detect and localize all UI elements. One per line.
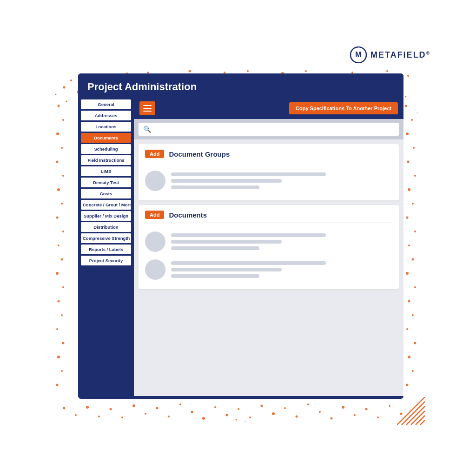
menu-icon-line3	[143, 111, 152, 112]
svg-point-108	[405, 96, 407, 98]
svg-line-111	[397, 397, 425, 425]
svg-point-85	[62, 119, 64, 121]
placeholder-line	[171, 240, 282, 244]
search-input[interactable]	[155, 126, 394, 133]
svg-point-107	[417, 112, 418, 114]
svg-point-61	[145, 413, 146, 415]
svg-point-84	[58, 105, 60, 107]
placeholder-avatar-1	[145, 171, 165, 191]
svg-point-58	[110, 408, 112, 410]
document-groups-title: Document Groups	[169, 150, 230, 158]
svg-point-45	[406, 272, 409, 275]
svg-point-75	[307, 403, 309, 405]
svg-point-99	[61, 314, 63, 316]
svg-point-67	[214, 406, 216, 408]
svg-point-81	[377, 416, 379, 418]
svg-point-96	[56, 272, 59, 275]
svg-point-38	[414, 175, 416, 177]
svg-point-33	[405, 105, 407, 107]
svg-point-102	[57, 356, 60, 358]
svg-point-37	[407, 161, 410, 163]
svg-line-112	[402, 402, 425, 425]
svg-point-82	[389, 405, 390, 407]
sidebar-item-locations[interactable]: Locations	[81, 122, 131, 132]
svg-point-63	[168, 416, 170, 417]
placeholder-avatar-2	[145, 231, 165, 252]
svg-point-1	[70, 79, 72, 81]
sidebar-item-scheduling[interactable]: Scheduling	[81, 144, 131, 154]
svg-line-113	[406, 406, 425, 425]
svg-point-103	[61, 370, 63, 372]
svg-point-46	[414, 286, 416, 288]
search-input-wrap: 🔍	[139, 123, 399, 136]
svg-point-18	[247, 70, 249, 72]
svg-point-73	[284, 407, 286, 409]
svg-point-92	[56, 217, 59, 219]
sidebar-item-supplier-mix-design[interactable]: Supplier / Mix Design	[81, 211, 131, 221]
placeholder-line	[171, 246, 259, 250]
svg-point-105	[55, 94, 57, 95]
placeholder-line	[171, 172, 326, 176]
svg-point-65	[191, 411, 193, 413]
sidebar-item-density-test[interactable]: Density Test	[81, 178, 131, 187]
sidebar-item-costs[interactable]: Costs	[81, 189, 131, 198]
svg-point-54	[63, 407, 66, 410]
svg-point-89	[62, 175, 64, 177]
search-icon: 🔍	[143, 126, 151, 133]
svg-point-109	[236, 419, 237, 421]
svg-point-78	[342, 406, 344, 409]
svg-point-91	[61, 203, 63, 205]
placeholder-line	[171, 274, 259, 278]
svg-point-70	[249, 416, 251, 418]
documents-title: Documents	[169, 211, 207, 219]
metafield-logo-icon: M	[350, 46, 367, 63]
svg-point-93	[62, 231, 64, 232]
svg-point-90	[57, 188, 60, 191]
sidebar-item-documents[interactable]: Documents	[81, 133, 131, 143]
svg-point-83	[400, 413, 403, 415]
document-groups-divider	[145, 162, 392, 162]
svg-point-69	[238, 408, 239, 410]
svg-point-23	[305, 70, 307, 72]
document-groups-header: Add Document Groups	[145, 150, 392, 158]
svg-point-39	[408, 188, 410, 191]
placeholder-line	[171, 261, 326, 265]
svg-point-52	[412, 370, 414, 372]
svg-point-53	[406, 384, 409, 386]
svg-point-106	[66, 101, 67, 102]
sidebar-item-concrete-grout-mortar[interactable]: Concrete / Grout / Mortar	[81, 200, 131, 210]
svg-point-72	[272, 412, 275, 415]
svg-point-42	[414, 231, 416, 232]
svg-point-62	[156, 407, 159, 410]
menu-button[interactable]	[139, 101, 155, 115]
sidebar-item-reports-labels[interactable]: Reports / Labels	[81, 245, 131, 254]
sidebar-item-lims[interactable]: LIMS	[81, 166, 131, 176]
add-document-group-button[interactable]: Add	[145, 150, 164, 158]
placeholder-line	[171, 268, 282, 271]
document-placeholder-row-2	[145, 256, 392, 284]
sidebar-item-field-instructions[interactable]: Field Instructions	[81, 155, 131, 165]
add-document-button[interactable]: Add	[145, 211, 164, 219]
svg-point-74	[296, 416, 298, 418]
placeholder-avatar-3	[145, 259, 165, 280]
copy-specifications-button[interactable]: Copy Specifications To Another Project	[289, 102, 398, 114]
main-card: Project Administration General Addresses…	[78, 73, 403, 399]
svg-point-66	[202, 417, 205, 420]
svg-point-48	[412, 314, 414, 316]
sidebar-item-compressive-strength[interactable]: Compressive Strength Alerts	[81, 233, 131, 243]
svg-line-116	[420, 420, 425, 425]
svg-point-57	[98, 416, 100, 417]
svg-point-55	[75, 414, 77, 416]
placeholder-line	[171, 233, 326, 237]
sidebar-item-general[interactable]: General	[81, 99, 131, 109]
sidebar-item-distribution[interactable]: Distribution	[81, 222, 131, 232]
sidebar-item-project-security[interactable]: Project Security	[81, 256, 131, 265]
documents-header: Add Documents	[145, 211, 392, 219]
page-title: Project Administration	[87, 81, 394, 93]
svg-point-101	[62, 342, 65, 344]
svg-point-44	[412, 258, 414, 261]
sidebar-item-addresses[interactable]: Addresses	[81, 111, 131, 120]
logo-reg: ®	[426, 50, 430, 55]
content-area: General Addresses Locations Documents Sc…	[78, 98, 403, 396]
toolbar: Copy Specifications To Another Project	[134, 98, 403, 119]
